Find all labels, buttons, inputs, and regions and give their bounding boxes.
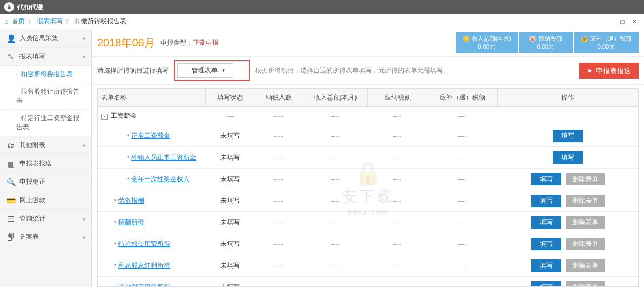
value-cell: ----: [254, 255, 303, 277]
sidebar-item-label: 申报更正: [19, 177, 45, 186]
value-cell: ----: [303, 125, 368, 147]
table-row: •劳务报酬未填写----------------填写删除表单: [98, 190, 638, 212]
sidebar-item-4[interactable]: 🔍申报更正: [0, 173, 91, 191]
stats-panel: 🪙 收入总额(本月)0.00元🐷 应纳税额0.00元💰 应补（退）税额0.00元: [456, 32, 639, 53]
manage-form-highlight: ≡ 管理表单 ▼: [174, 60, 250, 81]
status-cell: 未填写: [206, 147, 254, 169]
table-container: 表单名称填写状态纳税人数收入总额(本月)应纳税额应补（退）税额操作 -工资薪金-…: [97, 88, 639, 287]
delete-form-button[interactable]: 删除表单: [566, 195, 605, 207]
value-cell: ----: [368, 277, 427, 288]
sidebar-item-6[interactable]: ☰查询统计: [0, 210, 91, 228]
sidebar-item-1[interactable]: ✎报表填写: [0, 48, 91, 66]
breadcrumb-home[interactable]: 首页: [12, 17, 25, 26]
tree-toggle-icon[interactable]: -: [101, 114, 108, 120]
value-cell: ----: [303, 107, 368, 125]
value-cell: ----: [303, 169, 368, 190]
value-cell: ----: [368, 190, 427, 212]
sidebar-item-label: 人员信息采集: [19, 34, 58, 43]
submit-report-button[interactable]: ➤ 申报表报送: [579, 63, 639, 79]
form-link[interactable]: 稿酬所得: [118, 218, 144, 226]
sidebar-subitem[interactable]: 扣缴所得税报告表: [0, 66, 91, 83]
op-cell: 填写删除表单: [498, 190, 638, 212]
fill-button[interactable]: 填写: [531, 259, 561, 272]
stat-value: 0.00元: [580, 43, 632, 51]
form-name: 工资薪金: [111, 112, 137, 119]
op-cell: 填写删除表单: [498, 169, 638, 190]
table-row: •全年一次性奖金收入未填写----------------填写删除表单: [98, 169, 638, 190]
stat-value: 0.00元: [525, 43, 566, 51]
app-logo: ¥ 代扣代缴: [4, 2, 43, 12]
forms-table: 表单名称填写状态纳税人数收入总额(本月)应纳税额应补（退）税额操作 -工资薪金-…: [98, 89, 638, 287]
delete-form-button[interactable]: 删除表单: [566, 238, 605, 250]
home-icon[interactable]: ⌂: [4, 17, 9, 25]
value-cell: ----: [254, 233, 303, 255]
value-cell: ----: [368, 233, 427, 255]
value-cell: ----: [254, 169, 303, 190]
column-header: 纳税人数: [254, 89, 303, 107]
action-bar: 请选择所得项目进行填写 ≡ 管理表单 ▼ 根据所得项目，选择合适的所得表单填写，…: [92, 56, 644, 85]
sidebar-item-5[interactable]: 💳网上缴款: [0, 191, 91, 210]
window-controls[interactable]: □ ×: [620, 18, 640, 25]
sidebar-item-label: 网上缴款: [19, 196, 45, 205]
value-cell: ----: [254, 147, 303, 169]
sidebar-subitem[interactable]: 特定行业工资薪金报告表: [0, 110, 91, 136]
sidebar-item-3[interactable]: ▦申报表报送: [0, 155, 91, 173]
stat-card: 🪙 收入总额(本月)0.00元: [456, 32, 518, 53]
sidebar-item-label: 申报表报送: [19, 159, 52, 168]
sidebar-icon: ▦: [6, 159, 15, 168]
fill-button[interactable]: 填写: [553, 130, 583, 142]
column-header: 应补（退）税额: [427, 89, 498, 107]
value-cell: ----: [254, 190, 303, 212]
column-header: 填写状态: [206, 89, 254, 107]
stat-value: 0.00元: [462, 43, 511, 51]
value-cell: ----: [427, 125, 498, 147]
bullet-icon: •: [114, 218, 116, 226]
table-row: •特许权使用费所得未填写----------------填写删除表单: [98, 233, 638, 255]
sidebar-item-2[interactable]: 🗂其他附表: [0, 136, 91, 155]
sidebar-subitem[interactable]: 限售股转让所得报告表: [0, 83, 91, 110]
column-header: 应纳税额: [368, 89, 427, 107]
delete-form-button[interactable]: 删除表单: [566, 281, 605, 287]
fill-button[interactable]: 填写: [531, 216, 561, 229]
op-cell: 填写删除表单: [498, 255, 638, 277]
value-cell: ----: [427, 255, 498, 277]
manage-form-button[interactable]: ≡ 管理表单 ▼: [177, 63, 233, 78]
fill-button[interactable]: 填写: [553, 151, 583, 164]
sidebar-icon: ✎: [6, 52, 15, 61]
sidebar-icon: 👤: [6, 34, 15, 43]
list-icon: ≡: [185, 68, 189, 74]
form-link[interactable]: 外籍人员正常工资薪金: [131, 153, 196, 161]
breadcrumb-level2: 扣缴所得税报告表: [75, 17, 126, 26]
sidebar-item-label: 其他附表: [19, 141, 45, 150]
value-cell: ----: [427, 233, 498, 255]
delete-form-button[interactable]: 删除表单: [566, 173, 605, 185]
breadcrumb-level1[interactable]: 报表填写: [37, 17, 63, 26]
info-bar: 2018年06月 申报类型：正常申报 🪙 收入总额(本月)0.00元🐷 应纳税额…: [92, 29, 644, 56]
value-cell: ----: [427, 277, 498, 288]
form-link[interactable]: 正常工资薪金: [131, 132, 170, 139]
op-cell: 填写删除表单: [498, 212, 638, 233]
app-header: ¥ 代扣代缴: [0, 0, 644, 14]
value-cell: ----: [254, 107, 303, 125]
form-link[interactable]: 全年一次性奖金收入: [131, 175, 190, 183]
value-cell: ----: [303, 212, 368, 233]
form-link[interactable]: 特许权使用费所得: [118, 240, 170, 248]
column-header: 收入总额(本月): [303, 89, 368, 107]
fill-button[interactable]: 填写: [531, 281, 561, 287]
sidebar-icon: 💳: [6, 196, 15, 205]
sidebar-item-7[interactable]: 🗐备案表: [0, 228, 91, 246]
fill-button[interactable]: 填写: [531, 173, 561, 185]
stat-icon: 💰: [581, 35, 588, 42]
fill-button[interactable]: 填写: [531, 195, 561, 207]
sidebar-item-0[interactable]: 👤人员信息采集: [0, 29, 91, 48]
form-link[interactable]: 其他财产租赁所得: [118, 283, 170, 287]
bullet-icon: •: [114, 283, 116, 287]
value-cell: ----: [427, 190, 498, 212]
bullet-icon: •: [114, 197, 116, 204]
form-link[interactable]: 利息股息红利所得: [118, 262, 170, 269]
fill-button[interactable]: 填写: [531, 238, 561, 250]
form-link[interactable]: 劳务报酬: [118, 197, 144, 204]
delete-form-button[interactable]: 删除表单: [566, 216, 605, 229]
delete-form-button[interactable]: 删除表单: [566, 259, 605, 272]
table-row: •稿酬所得未填写----------------填写删除表单: [98, 212, 638, 233]
